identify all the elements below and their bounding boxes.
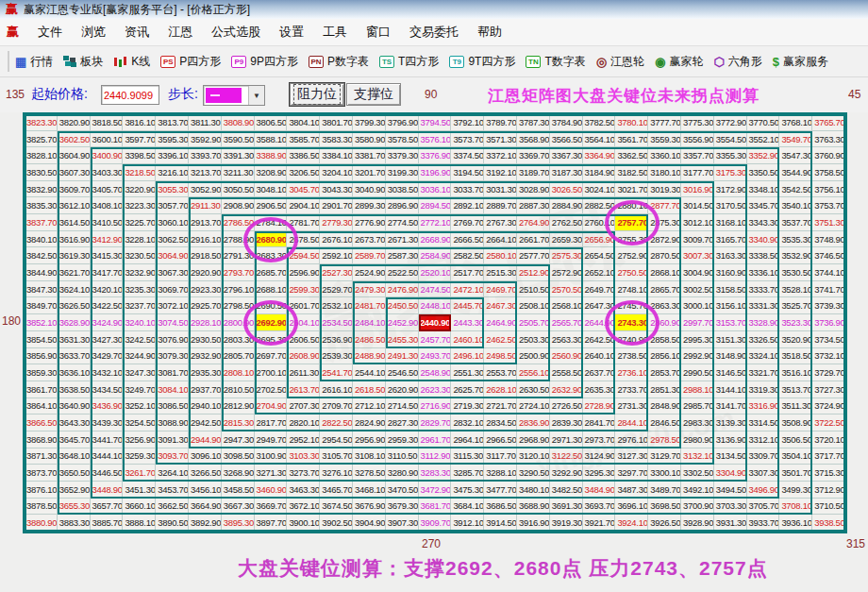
matrix-cell: 2868.10 <box>648 264 681 281</box>
matrix-cell: 3405.70 <box>91 181 124 198</box>
support-button[interactable]: 支撑位 <box>346 83 401 106</box>
matrix-cell: 3386.50 <box>287 147 320 164</box>
toolbar-button-10[interactable]: ◉赢家轮 <box>655 54 703 70</box>
matrix-cell: 2916.10 <box>189 231 222 248</box>
matrix-cell: 2707.30 <box>287 398 320 415</box>
matrix-cell: 3602.50 <box>58 131 91 148</box>
matrix-cell: 2673.70 <box>353 231 386 248</box>
matrix-cell: 3242.50 <box>123 331 156 348</box>
matrix-cell: 2889.70 <box>484 197 517 214</box>
matrix-cell: 3784.90 <box>550 114 583 131</box>
matrix-cell: 2520.10 <box>419 264 452 281</box>
toolbar-button-5[interactable]: PNP数字表 <box>309 54 369 70</box>
wheel-icon: ◎ <box>596 56 607 68</box>
matrix-cell: 3854.50 <box>25 331 58 348</box>
toolbar-button-11[interactable]: ⬡六角形 <box>713 54 761 70</box>
matrix-cell: 3050.50 <box>222 181 255 198</box>
toolbar-button-0[interactable]: ▦行情 <box>15 54 53 70</box>
toolbar-button-9[interactable]: ◎江恩轮 <box>596 54 644 70</box>
gann-grid-cells: 3823.303820.903818.503816.103813.703811.… <box>25 114 845 532</box>
matrix-cell: 3132.10 <box>681 448 714 465</box>
matrix-cell: 3681.70 <box>419 499 452 516</box>
matrix-cell: 3086.50 <box>156 398 189 415</box>
menu-item-3[interactable]: 江恩 <box>159 21 202 43</box>
matrix-cell: 3880.90 <box>25 515 58 532</box>
matrix-cell: 2884.90 <box>550 197 583 214</box>
menu-item-1[interactable]: 浏览 <box>72 21 115 43</box>
toolbar-button-7[interactable]: T99T四方形 <box>449 54 515 70</box>
matrix-cell: 3012.10 <box>681 214 714 231</box>
toolbar-button-6[interactable]: TST四方形 <box>379 54 439 70</box>
matrix-cell: 3633.70 <box>58 348 91 365</box>
menu-item-0[interactable]: 文件 <box>28 21 72 43</box>
toolbar-button-1[interactable]: 板块 <box>63 54 103 70</box>
matrix-cell: 2961.70 <box>419 431 452 448</box>
matrix-cell: 3285.70 <box>451 465 484 482</box>
matrix-cell: 2491.30 <box>386 348 419 365</box>
matrix-cell: 3494.50 <box>714 482 747 499</box>
menu-item-4[interactable]: 公式选股 <box>202 21 270 43</box>
matrix-cell: 3297.70 <box>615 465 648 482</box>
matrix-cell: 2932.90 <box>189 348 222 365</box>
matrix-cell: 3655.30 <box>58 499 91 516</box>
matrix-cell: 3194.50 <box>451 164 484 181</box>
toolbar-button-label: K线 <box>131 54 150 70</box>
resistance-button[interactable]: 阻力位 <box>290 83 344 106</box>
angle-label-135: 135 <box>6 88 25 101</box>
menu-item-9[interactable]: 帮助 <box>468 21 511 43</box>
toolbar-button-2[interactable]: K线 <box>113 54 150 70</box>
matrix-cell: 2659.30 <box>550 231 583 248</box>
menu-item-2[interactable]: 资讯 <box>115 21 159 43</box>
matrix-cell: 3904.90 <box>353 515 386 532</box>
matrix-cell: 3316.90 <box>747 398 780 415</box>
matrix-cell: 3352.90 <box>747 147 780 164</box>
matrix-cell: 3199.30 <box>386 164 419 181</box>
matrix-cell: 3758.50 <box>812 164 845 181</box>
matrix-cell: 2901.70 <box>320 197 353 214</box>
step-combobox[interactable]: ▼ <box>203 85 265 106</box>
chevron-down-icon[interactable]: ▼ <box>248 86 264 105</box>
matrix-cell: 2832.10 <box>451 414 484 431</box>
matrix-cell: 3532.90 <box>779 247 812 264</box>
matrix-cell: 2560.90 <box>550 348 583 365</box>
matrix-cell: 3926.50 <box>648 515 681 532</box>
matrix-cell: 3261.70 <box>123 465 156 482</box>
matrix-cell: 2656.90 <box>583 231 616 248</box>
toolbar-button-4[interactable]: P99P四方形 <box>231 54 298 70</box>
matrix-cell: 3729.70 <box>812 364 845 381</box>
matrix-cell: 3676.90 <box>353 499 386 516</box>
matrix-cell: 2822.50 <box>320 414 353 431</box>
matrix-cell: 2798.50 <box>222 297 255 314</box>
matrix-cell: 3096.10 <box>189 448 222 465</box>
menu-item-8[interactable]: 交易委托 <box>400 21 468 43</box>
matrix-cell: 3444.10 <box>91 448 124 465</box>
matrix-cell: 3000.10 <box>681 297 714 314</box>
menu-item-6[interactable]: 工具 <box>313 21 357 43</box>
matrix-cell: 3446.50 <box>91 465 124 482</box>
menu-item-7[interactable]: 窗口 <box>357 21 400 43</box>
matrix-cell: 3561.70 <box>615 131 648 148</box>
matrix-cell: 3525.70 <box>779 297 812 314</box>
start-price-input[interactable] <box>101 85 159 105</box>
matrix-cell: 3244.90 <box>123 348 156 365</box>
matrix-cell: 3468.10 <box>353 482 386 499</box>
matrix-cell: 3734.50 <box>812 331 845 348</box>
matrix-cell: 3672.10 <box>287 499 320 516</box>
matrix-cell: 2644.90 <box>583 314 616 331</box>
matrix-cell: 2642.50 <box>583 331 616 348</box>
matrix-cell: 2827.30 <box>386 414 419 431</box>
matrix-cell: 3892.90 <box>189 515 222 532</box>
toolbar-button-8[interactable]: TNT数字表 <box>526 54 585 70</box>
matrix-cell: 2997.70 <box>681 314 714 331</box>
matrix-cell: 3036.10 <box>419 181 452 198</box>
menu-item-5[interactable]: 设置 <box>270 21 313 43</box>
matrix-cell: 3235.30 <box>123 281 156 298</box>
matrix-cell: 3921.70 <box>583 515 616 532</box>
toolbar-button-3[interactable]: PSP四方形 <box>160 54 221 70</box>
matrix-cell: 2628.10 <box>484 381 517 398</box>
matrix-cell: 3523.30 <box>779 314 812 331</box>
matrix-cell: 2767.30 <box>484 214 517 231</box>
matrix-cell: 2611.30 <box>287 364 320 381</box>
matrix-cell: 2892.10 <box>451 197 484 214</box>
toolbar-button-12[interactable]: $赢家服务 <box>773 54 828 70</box>
